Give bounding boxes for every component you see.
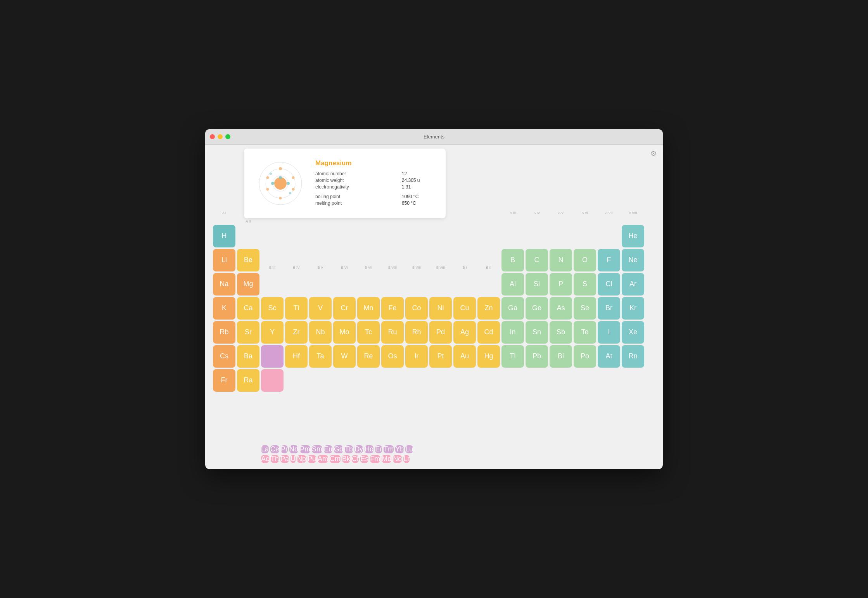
element-Na[interactable]: Na: [213, 273, 235, 296]
minimize-button[interactable]: [218, 134, 223, 139]
element-La[interactable]: La: [261, 445, 269, 453]
element-Th[interactable]: Th: [271, 455, 279, 463]
element-Tb[interactable]: Tb: [345, 445, 353, 453]
element-Ca[interactable]: Ca: [237, 297, 259, 320]
element-Bi[interactable]: Bi: [550, 345, 572, 368]
element-Ac-placeholder[interactable]: [261, 369, 284, 392]
element-Es[interactable]: Es: [360, 455, 368, 463]
element-Cr[interactable]: Cr: [333, 297, 356, 320]
element-Ga[interactable]: Ga: [501, 297, 524, 320]
element-Ru[interactable]: Ru: [381, 321, 404, 344]
element-Zr[interactable]: Zr: [285, 321, 308, 344]
element-Cu[interactable]: Cu: [453, 297, 476, 320]
element-Fm[interactable]: Fm: [370, 455, 380, 463]
element-Kr[interactable]: Kr: [622, 297, 644, 320]
element-Be[interactable]: Be: [237, 249, 259, 271]
element-Li[interactable]: Li: [213, 249, 235, 271]
element-Nd[interactable]: Nd: [289, 445, 298, 453]
element-Cl[interactable]: Cl: [598, 273, 620, 296]
element-Ti[interactable]: Ti: [285, 297, 308, 320]
element-S[interactable]: S: [574, 273, 596, 296]
element-Po[interactable]: Po: [574, 345, 596, 368]
element-Si[interactable]: Si: [526, 273, 548, 296]
element-O[interactable]: O: [574, 249, 596, 271]
element-Ce[interactable]: Ce: [270, 445, 279, 453]
element-Sm[interactable]: Sm: [312, 445, 322, 453]
element-Sn[interactable]: Sn: [526, 321, 548, 344]
element-Md[interactable]: Md: [382, 455, 391, 463]
element-B[interactable]: B: [501, 249, 524, 271]
element-Co[interactable]: Co: [405, 297, 428, 320]
element-Xe[interactable]: Xe: [622, 321, 644, 344]
element-Dy[interactable]: Dy: [354, 445, 363, 453]
element-Mg[interactable]: Mg: [237, 273, 259, 296]
element-Tl[interactable]: Tl: [501, 345, 524, 368]
element-Hg[interactable]: Hg: [477, 345, 500, 368]
element-Np[interactable]: Np: [297, 455, 306, 463]
element-Bk[interactable]: Bk: [342, 455, 350, 463]
element-Ag[interactable]: Ag: [453, 321, 476, 344]
close-button[interactable]: [210, 134, 215, 139]
element-Ba[interactable]: Ba: [237, 345, 259, 368]
element-Gd[interactable]: Gd: [334, 445, 343, 453]
element-Sr[interactable]: Sr: [237, 321, 259, 344]
element-Pm[interactable]: Pm: [300, 445, 310, 453]
element-Pt[interactable]: Pt: [429, 345, 452, 368]
element-As[interactable]: As: [550, 297, 572, 320]
element-Cf[interactable]: Cf: [352, 455, 359, 463]
element-Mn[interactable]: Mn: [357, 297, 380, 320]
element-C[interactable]: C: [526, 249, 548, 271]
element-Er[interactable]: Er: [375, 445, 382, 453]
element-Pr[interactable]: Pr: [281, 445, 288, 453]
element-Ge[interactable]: Ge: [526, 297, 548, 320]
element-Pa[interactable]: Pa: [280, 455, 289, 463]
element-Ta[interactable]: Ta: [309, 345, 332, 368]
element-Y[interactable]: Y: [261, 321, 284, 344]
element-U[interactable]: U: [290, 455, 296, 463]
element-Ac[interactable]: Ac: [261, 455, 269, 463]
element-Sc[interactable]: Sc: [261, 297, 284, 320]
element-Re[interactable]: Re: [357, 345, 380, 368]
element-Te[interactable]: Te: [574, 321, 596, 344]
settings-button[interactable]: ⚙: [650, 149, 657, 158]
element-Se[interactable]: Se: [574, 297, 596, 320]
element-Os[interactable]: Os: [381, 345, 404, 368]
element-Pb[interactable]: Pb: [526, 345, 548, 368]
element-Ho[interactable]: Ho: [365, 445, 373, 453]
element-Ra[interactable]: Ra: [237, 369, 259, 392]
element-Zn[interactable]: Zn: [477, 297, 500, 320]
element-V[interactable]: V: [309, 297, 332, 320]
element-Pu[interactable]: Pu: [308, 455, 316, 463]
element-Eu[interactable]: Eu: [324, 445, 332, 453]
element-He[interactable]: He: [622, 225, 644, 247]
element-Cd[interactable]: Cd: [477, 321, 500, 344]
element-Al[interactable]: Al: [501, 273, 524, 296]
element-P[interactable]: P: [550, 273, 572, 296]
element-No[interactable]: No: [393, 455, 402, 463]
element-Ir[interactable]: Ir: [405, 345, 428, 368]
element-Ar[interactable]: Ar: [622, 273, 644, 296]
element-Fr[interactable]: Fr: [213, 369, 235, 392]
element-K[interactable]: K: [213, 297, 235, 320]
maximize-button[interactable]: [225, 134, 230, 139]
element-F[interactable]: F: [598, 249, 620, 271]
element-Tm[interactable]: Tm: [384, 445, 394, 453]
element-Br[interactable]: Br: [598, 297, 620, 320]
element-Cm[interactable]: Cm: [330, 455, 341, 463]
element-Tc[interactable]: Tc: [357, 321, 380, 344]
element-Nb[interactable]: Nb: [309, 321, 332, 344]
element-N[interactable]: N: [550, 249, 572, 271]
element-In[interactable]: In: [501, 321, 524, 344]
element-At[interactable]: At: [598, 345, 620, 368]
element-Am[interactable]: Am: [318, 455, 328, 463]
element-Lu[interactable]: Lu: [405, 445, 413, 453]
element-La-placeholder[interactable]: [261, 345, 284, 368]
element-Lr[interactable]: Lr: [403, 455, 410, 463]
element-Mo[interactable]: Mo: [333, 321, 356, 344]
element-Au[interactable]: Au: [453, 345, 476, 368]
element-Ni[interactable]: Ni: [429, 297, 452, 320]
element-Rh[interactable]: Rh: [405, 321, 428, 344]
element-H[interactable]: H: [213, 225, 235, 247]
element-Hf[interactable]: Hf: [285, 345, 308, 368]
element-I[interactable]: I: [598, 321, 620, 344]
